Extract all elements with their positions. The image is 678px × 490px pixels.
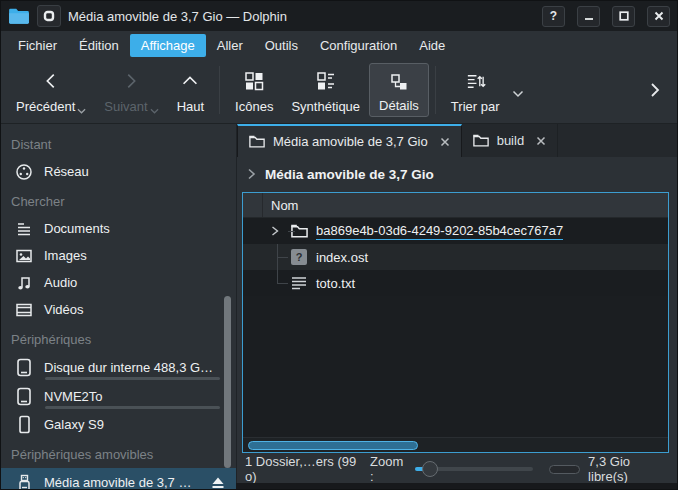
toolbar: Précédent Suivant Haut — [1, 59, 677, 124]
compact-view-label: Synthétique — [291, 99, 360, 114]
tab-media-amovible[interactable]: Média amovible de 3,7 Gio — [237, 124, 462, 157]
close-button[interactable] — [647, 6, 670, 27]
statusbar: 1 Dossier,…ers (99 o) Zoom : 7,3 Gio lib… — [237, 457, 677, 483]
toolbar-separator — [219, 66, 220, 114]
sidebar-item-audio[interactable]: Audio — [1, 269, 236, 296]
up-button[interactable]: Haut — [168, 63, 213, 117]
sidebar-item-label: Documents — [44, 221, 110, 236]
titlebar: Média amovible de 3,7 Gio — Dolphin ? — [1, 1, 677, 31]
tree-guide — [277, 270, 278, 283]
view-empty-area[interactable] — [243, 296, 668, 437]
status-summary: 1 Dossier,…ers (99 o) — [245, 454, 362, 484]
forward-button[interactable]: Suivant — [95, 63, 167, 117]
free-space-label: 7,3 Gio libre(s) — [588, 454, 667, 484]
breadcrumb-chevron-icon — [247, 168, 256, 180]
sidebar-item-media-amovible[interactable]: Média amovible de 3,7 … — [1, 468, 236, 490]
toolbar-overflow-button[interactable] — [641, 81, 669, 99]
close-icon — [536, 136, 546, 146]
sidebar-scrollbar[interactable] — [224, 296, 231, 468]
sidebar-item-disque-interne[interactable]: Disque dur interne 488,3 G… — [1, 353, 236, 382]
free-space-bar — [549, 465, 580, 474]
tab-label: build — [497, 133, 524, 148]
zoom-slider[interactable] — [415, 460, 533, 478]
file-row-folder[interactable]: ba869e4b-03d6-4249-9202-85b4cec767a7 — [243, 218, 668, 244]
tree-guide — [277, 257, 288, 258]
column-header[interactable]: Nom — [243, 193, 668, 218]
column-name[interactable]: Nom — [263, 193, 298, 217]
chevron-left-icon — [40, 68, 62, 94]
sidebar-item-label: Images — [44, 248, 87, 263]
horizontal-scrollbar-thumb[interactable] — [248, 441, 418, 450]
sidebar-item-reseau[interactable]: Réseau — [1, 158, 236, 185]
section-peripheriques-amovibles: Périphériques amovibles — [1, 438, 236, 468]
overflow-chevron-icon — [647, 81, 663, 99]
sidebar-item-label: Galaxy S9 — [44, 417, 104, 432]
help-button[interactable]: ? — [542, 6, 565, 27]
sort-icon — [465, 68, 486, 94]
file-name[interactable]: index.ost — [316, 250, 368, 265]
file-row-toto-txt[interactable]: toto.txt — [243, 270, 668, 296]
close-icon — [654, 11, 664, 21]
tab-bar: Média amovible de 3,7 Gio build — [237, 124, 677, 157]
tab-close-button[interactable] — [532, 136, 546, 146]
menu-affichage[interactable]: Affichage — [130, 34, 206, 57]
window-pin-button[interactable] — [37, 5, 61, 27]
toolbar-separator — [435, 66, 436, 114]
sidebar-item-galaxy-s9[interactable]: Galaxy S9 — [1, 411, 236, 438]
unknown-file-icon: ? — [289, 249, 309, 265]
main-area: Média amovible de 3,7 Gio build — [236, 124, 677, 483]
sidebar-item-images[interactable]: Images — [1, 242, 236, 269]
horizontal-scrollbar[interactable] — [243, 437, 668, 452]
file-row-index-ost[interactable]: ? index.ost — [243, 244, 668, 270]
file-name[interactable]: toto.txt — [316, 276, 355, 291]
folder-icon — [473, 134, 489, 147]
chevron-right-icon — [120, 68, 142, 94]
close-icon — [440, 137, 450, 147]
icons-view-icon — [244, 68, 264, 94]
file-name[interactable]: ba869e4b-03d6-4249-9202-85b4cec767a7 — [316, 223, 563, 240]
zoom-slider-handle[interactable] — [422, 461, 438, 477]
folder-icon — [249, 135, 265, 148]
minimize-button[interactable] — [577, 6, 600, 27]
details-view-icon — [389, 69, 409, 95]
hard-drive-icon — [14, 387, 34, 406]
icons-view-button[interactable]: Icônes — [226, 63, 282, 117]
maximize-icon — [619, 11, 629, 21]
compact-view-icon — [316, 68, 336, 94]
sort-dropdown-icon[interactable] — [512, 90, 524, 98]
sort-by-button[interactable]: Trier par — [442, 63, 509, 117]
maximize-button[interactable] — [612, 6, 635, 27]
menu-edition[interactable]: Édition — [68, 34, 130, 57]
menubar: Fichier Édition Affichage Aller Outils C… — [1, 31, 677, 59]
zoom-label: Zoom : — [370, 454, 407, 484]
menu-aide[interactable]: Aide — [408, 34, 456, 57]
compact-view-button[interactable]: Synthétique — [282, 63, 369, 117]
tab-build[interactable]: build — [462, 124, 558, 157]
back-dropdown-icon — [77, 108, 86, 114]
sidebar-item-videos[interactable]: Vidéos — [1, 296, 236, 323]
help-icon: ? — [550, 9, 557, 23]
eject-button[interactable] — [209, 473, 227, 490]
breadcrumb[interactable]: Média amovible de 3,7 Gio — [237, 157, 677, 191]
sidebar-item-label: Réseau — [44, 164, 89, 179]
menu-outils[interactable]: Outils — [254, 34, 309, 57]
breadcrumb-location[interactable]: Média amovible de 3,7 Gio — [265, 167, 434, 182]
tree-guide — [288, 231, 295, 232]
back-button[interactable]: Précédent — [7, 63, 95, 117]
videos-icon — [14, 301, 34, 319]
menu-configuration[interactable]: Configuration — [309, 34, 408, 57]
window-title: Média amovible de 3,7 Gio — Dolphin — [68, 9, 530, 24]
dolphin-window: Média amovible de 3,7 Gio — Dolphin ? Fi… — [0, 0, 678, 490]
minimize-icon — [584, 11, 594, 21]
tab-close-button[interactable] — [436, 137, 450, 147]
chevron-up-icon — [179, 68, 201, 94]
expander-column — [243, 193, 263, 217]
sidebar-item-documents[interactable]: Documents — [1, 215, 236, 242]
documents-icon — [14, 220, 34, 238]
expand-chevron-icon[interactable] — [271, 226, 285, 236]
sidebar-item-nvme2to[interactable]: NVME2To — [1, 382, 236, 411]
forward-label: Suivant — [104, 99, 147, 114]
menu-aller[interactable]: Aller — [206, 34, 254, 57]
menu-fichier[interactable]: Fichier — [7, 34, 68, 57]
details-view-button[interactable]: Détails — [369, 63, 429, 117]
